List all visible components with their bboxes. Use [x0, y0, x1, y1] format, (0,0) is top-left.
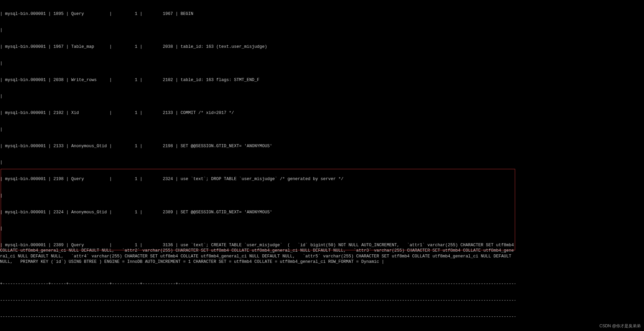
row-pipe: |: [0, 61, 644, 66]
watermark-text: CSDN @你才是臭弟弟: [599, 324, 641, 329]
binlog-row: | mysql-bin.000001 | 2038 | Write_rows |…: [0, 77, 644, 83]
row-pipe: |: [0, 193, 644, 198]
row-pipe: |: [0, 127, 644, 132]
separator-line: ----------------------------------------…: [0, 314, 515, 319]
row-pipe: |: [0, 27, 644, 33]
binlog-row: | mysql-bin.000001 | 2102 | Xid | 1 | 21…: [0, 110, 644, 116]
binlog-row: | mysql-bin.000001 | 2133 | Anonymous_Gt…: [0, 143, 644, 149]
separator-line: ----------------------------------------…: [0, 298, 515, 303]
row-pipe: |: [0, 160, 644, 165]
binlog-row: | mysql-bin.000001 | 2324 | Anonymous_Gt…: [0, 210, 644, 215]
row-pipe: |: [0, 94, 644, 99]
binlog-row-create: | mysql-bin.000001 | 2389 | Query | 1 | …: [0, 242, 515, 265]
terminal-output: | mysql-bin.000001 | 1895 | Query | 1 | …: [0, 0, 644, 331]
row-pipe: |: [0, 226, 644, 231]
binlog-row: | mysql-bin.000001 | 1967 | Table_map | …: [0, 44, 644, 50]
binlog-row: | mysql-bin.000001 | 2198 | Query | 1 | …: [0, 176, 644, 182]
binlog-row: | mysql-bin.000001 | 1895 | Query | 1 | …: [0, 11, 644, 17]
separator-line: +------------------+------+-------------…: [0, 281, 515, 287]
